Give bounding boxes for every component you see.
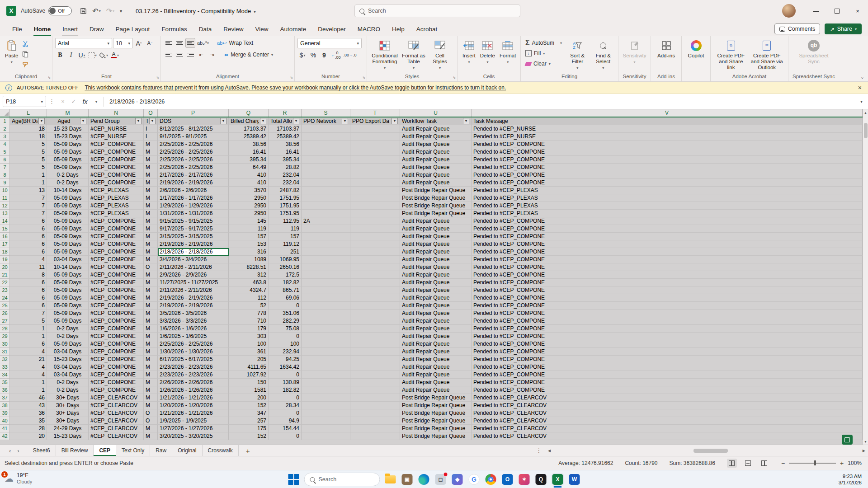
cell-Q35[interactable]: 150	[229, 379, 269, 386]
cell-V39[interactable]: Pended to #CEP_CLEARCOV	[472, 409, 863, 417]
cell-P20[interactable]: 2/11/2026 - 2/11/2026	[158, 263, 229, 271]
row-header-29[interactable]: 29	[0, 333, 10, 340]
cell-R30[interactable]: 100	[269, 340, 302, 348]
cell-N23[interactable]: #CEP_COMPONE	[89, 286, 144, 294]
row-header-16[interactable]: 16	[0, 233, 10, 240]
copilot-button[interactable]: Copilot	[686, 38, 707, 60]
cell-N2[interactable]: #CEP_NURSE	[89, 125, 144, 133]
cell-P28[interactable]: 1/6/2026 - 1/6/2026	[158, 325, 229, 333]
message-close-icon[interactable]: ×	[852, 84, 868, 91]
row-header-2[interactable]: 2	[0, 125, 10, 133]
cell-T30[interactable]	[350, 340, 400, 348]
cell-N34[interactable]: #CEP_COMPONE	[89, 371, 144, 379]
formula-input[interactable]: 2/18/2026 - 2/18/2026	[105, 99, 855, 105]
cell-U37[interactable]: Post Bridge Repair Queue	[400, 394, 472, 402]
cell-Q19[interactable]: 1089	[229, 256, 269, 263]
weather-widget[interactable]: ☁1 19°F Cloudy	[5, 472, 32, 485]
cell-M10[interactable]: 10-14 Days	[47, 187, 89, 194]
cell-O30[interactable]: M	[144, 340, 158, 348]
cell-O20[interactable]: O	[144, 263, 158, 271]
cell-U28[interactable]: Audit Repair Queue	[400, 325, 472, 333]
cell-V34[interactable]: Pended to #CEP_COMPONE	[472, 371, 863, 379]
insert-function-button[interactable]: fx	[79, 98, 91, 105]
cell-P34[interactable]: 2/23/2026 - 2/23/2026	[158, 371, 229, 379]
column-header-U[interactable]: U	[400, 109, 472, 117]
cell-M13[interactable]: 05-09 Days	[47, 210, 89, 217]
row-header-36[interactable]: 36	[0, 386, 10, 394]
cell-P37[interactable]: 1/21/2026 - 1/21/2026	[158, 394, 229, 402]
cell-Q10[interactable]: 3570	[229, 187, 269, 194]
cell-U33[interactable]: Audit Repair Queue	[400, 363, 472, 371]
scroll-up-arrow[interactable]: ▲	[863, 109, 868, 116]
ribbon-tab-help[interactable]: Help	[386, 22, 410, 36]
cell-V32[interactable]: Pended to #CEP_COMPONE	[472, 356, 863, 363]
sheet-tab-original[interactable]: Original	[172, 445, 202, 456]
cell-N42[interactable]: #CEP_CLEARCOV	[89, 432, 144, 440]
cell-P24[interactable]: 2/19/2026 - 2/19/2026	[158, 294, 229, 302]
cell-V11[interactable]: Pended to #CEP_PLEXAS	[472, 194, 863, 202]
minimize-button[interactable]: —	[806, 0, 826, 22]
cell-L29[interactable]: 1	[10, 333, 47, 340]
cell-O13[interactable]: M	[144, 210, 158, 217]
row-header-13[interactable]: 13	[0, 210, 10, 217]
cell-M34[interactable]: 03-04 Days	[47, 371, 89, 379]
cell-P15[interactable]: 9/17/2025 - 9/17/2025	[158, 225, 229, 233]
cell-S15[interactable]	[302, 225, 350, 233]
cell-P25[interactable]: 2/19/2026 - 2/19/2026	[158, 302, 229, 310]
row-header-25[interactable]: 25	[0, 302, 10, 310]
cell-M30[interactable]: 05-09 Days	[47, 340, 89, 348]
expand-formula-bar-button[interactable]: ▾	[855, 99, 868, 104]
cell-T28[interactable]	[350, 325, 400, 333]
cell-O2[interactable]: I	[144, 125, 158, 133]
cell-P27[interactable]: 3/3/2026 - 3/3/2026	[158, 317, 229, 325]
header-cell-U[interactable]: Workflow Task▼	[400, 117, 472, 125]
font-color-button[interactable]: A▾	[110, 50, 120, 60]
notified-app-button[interactable]: ◻	[434, 473, 447, 486]
row-header-33[interactable]: 33	[0, 363, 10, 371]
header-cell-Q[interactable]: Billed Charg▼	[229, 117, 269, 125]
row-header-20[interactable]: 20	[0, 263, 10, 271]
cell-R31[interactable]: 232.94	[269, 348, 302, 356]
cell-U21[interactable]: Audit Repair Queue	[400, 271, 472, 279]
header-cell-S[interactable]: PPO Network▼	[302, 117, 350, 125]
percent-style-button[interactable]: %	[308, 50, 318, 60]
cell-S14[interactable]: 2A	[302, 217, 350, 225]
cell-Q20[interactable]: 8228.51	[229, 263, 269, 271]
cell-N12[interactable]: #CEP_PLEXAS	[89, 202, 144, 210]
cell-T10[interactable]	[350, 187, 400, 194]
cell-O33[interactable]: M	[144, 363, 158, 371]
row-header-8[interactable]: 8	[0, 171, 10, 179]
row-header-19[interactable]: 19	[0, 256, 10, 263]
cell-R37[interactable]: 0	[269, 394, 302, 402]
cell-T9[interactable]	[350, 179, 400, 187]
cell-L16[interactable]: 6	[10, 233, 47, 240]
cell-T12[interactable]	[350, 202, 400, 210]
cell-S2[interactable]	[302, 125, 350, 133]
vertical-scrollbar[interactable]: ▲ ▼	[863, 109, 868, 445]
cell-M26[interactable]: 05-09 Days	[47, 310, 89, 317]
cell-P14[interactable]: 9/15/2025 - 9/15/2025	[158, 217, 229, 225]
status-average[interactable]: Average: 12476.91662	[558, 460, 613, 466]
cell-U19[interactable]: Audit Repair Queue	[400, 256, 472, 263]
decrease-font-button[interactable]: Aˇ	[145, 38, 155, 48]
cell-P40[interactable]: 1/9/2025 - 1/9/2025	[158, 417, 229, 425]
cell-N28[interactable]: #CEP_COMPONE	[89, 325, 144, 333]
collapse-ribbon-button[interactable]: ⌄	[860, 74, 864, 80]
cell-M36[interactable]: 0-2 Days	[47, 386, 89, 394]
cell-S40[interactable]	[302, 417, 350, 425]
message-link[interactable]: This workbook contains features that pre…	[85, 84, 506, 91]
system-tray-clock[interactable]: 9:23 AM 3/17/2026	[839, 473, 862, 486]
cell-V37[interactable]: Pended to #CEP_CLEARCOV	[472, 394, 863, 402]
cell-L24[interactable]: 6	[10, 294, 47, 302]
cell-N30[interactable]: #CEP_COMPONE	[89, 340, 144, 348]
cell-O34[interactable]: M	[144, 371, 158, 379]
cell-S10[interactable]	[302, 187, 350, 194]
cell-V26[interactable]: Pended to #CEP_COMPONE	[472, 310, 863, 317]
cell-R8[interactable]: 232.04	[269, 171, 302, 179]
cell-R24[interactable]: 69.06	[269, 294, 302, 302]
filter-button-P[interactable]: ▼	[220, 118, 226, 124]
cell-N19[interactable]: #CEP_COMPONE	[89, 256, 144, 263]
cell-N3[interactable]: #CEP_NURSE	[89, 133, 144, 141]
cell-M28[interactable]: 0-2 Days	[47, 325, 89, 333]
cell-T40[interactable]	[350, 417, 400, 425]
